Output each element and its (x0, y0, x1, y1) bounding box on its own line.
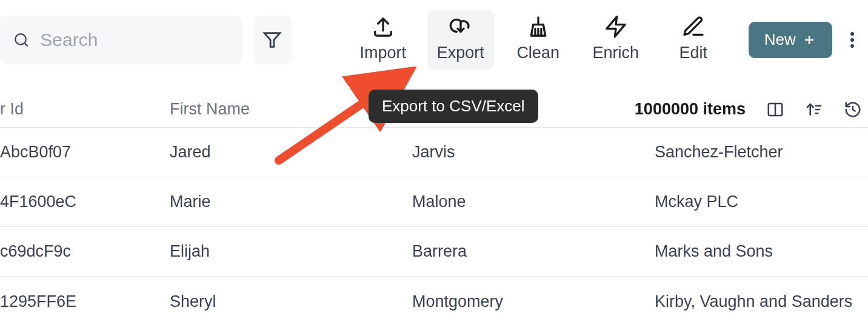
cell-last-name: Jarvis (412, 143, 655, 162)
export-button[interactable]: Export (427, 10, 494, 70)
broom-icon (526, 15, 550, 39)
upload-icon (371, 15, 395, 39)
cell-last-name: Malone (412, 192, 655, 211)
cell-company: Kirby, Vaughn and Sanders (655, 292, 868, 311)
more-vertical-icon (850, 32, 854, 48)
table-row[interactable]: c69dcF9c Elijah Barrera Marks and Sons (0, 227, 868, 277)
enrich-button[interactable]: Enrich (583, 10, 649, 70)
toolbar: Import Export Clean Enrich Edit New (0, 0, 868, 79)
svg-point-12 (850, 38, 854, 42)
cell-first-name: Elijah (170, 242, 412, 261)
cell-company: Marks and Sons (655, 242, 868, 261)
cell-id: c69dcF9c (0, 242, 170, 261)
plus-icon (802, 33, 816, 47)
import-label: Import (359, 44, 406, 62)
clean-label: Clean (516, 44, 559, 62)
cell-first-name: Marie (170, 192, 412, 211)
svg-point-11 (850, 32, 854, 36)
edit-label: Edit (679, 44, 707, 62)
cell-id: 4F1600eC (0, 192, 170, 211)
cell-last-name: Barrera (412, 242, 655, 261)
search-field[interactable] (0, 16, 242, 64)
history-icon[interactable] (844, 100, 862, 119)
cell-first-name: Sheryl (170, 292, 412, 311)
cell-id: 1295FF6E (0, 292, 170, 311)
cell-first-name: Jared (170, 143, 412, 162)
table-row[interactable]: 1295FF6E Sheryl Montgomery Kirby, Vaughn… (0, 277, 868, 322)
svg-line-23 (853, 110, 855, 111)
export-label: Export (437, 44, 484, 62)
svg-line-1 (24, 43, 27, 46)
table-body: AbcB0f07 Jared Jarvis Sanchez-Fletcher 4… (0, 128, 868, 322)
cell-last-name: Montgomery (412, 292, 655, 311)
edit-icon (681, 15, 706, 39)
cloud-download-icon (449, 15, 473, 39)
edit-button[interactable]: Edit (660, 10, 727, 70)
search-input[interactable] (40, 30, 229, 50)
svg-marker-8 (607, 16, 625, 36)
svg-marker-2 (265, 33, 281, 47)
export-tooltip: Export to CSV/Excel (369, 90, 538, 123)
table-row[interactable]: 4F1600eC Marie Malone Mckay PLC (0, 177, 868, 227)
cell-id: AbcB0f07 (0, 143, 170, 162)
cell-company: Sanchez-Fletcher (655, 143, 868, 162)
sort-icon[interactable] (805, 100, 823, 119)
table-row[interactable]: AbcB0f07 Jared Jarvis Sanchez-Fletcher (0, 128, 868, 177)
clean-button[interactable]: Clean (505, 10, 572, 70)
cell-company: Mckay PLC (655, 192, 868, 211)
search-icon (13, 31, 29, 49)
enrich-label: Enrich (592, 44, 639, 62)
item-count: 1000000 items (635, 100, 746, 119)
lightning-icon (604, 15, 628, 39)
new-button[interactable]: New (749, 22, 832, 58)
new-label: New (764, 30, 796, 49)
import-button[interactable]: Import (350, 10, 416, 70)
svg-point-13 (850, 44, 854, 48)
columns-icon[interactable] (766, 100, 784, 119)
column-header-id[interactable]: r Id (0, 100, 170, 119)
filter-icon (262, 30, 282, 50)
more-button[interactable] (843, 22, 862, 58)
filter-button[interactable] (253, 16, 292, 64)
